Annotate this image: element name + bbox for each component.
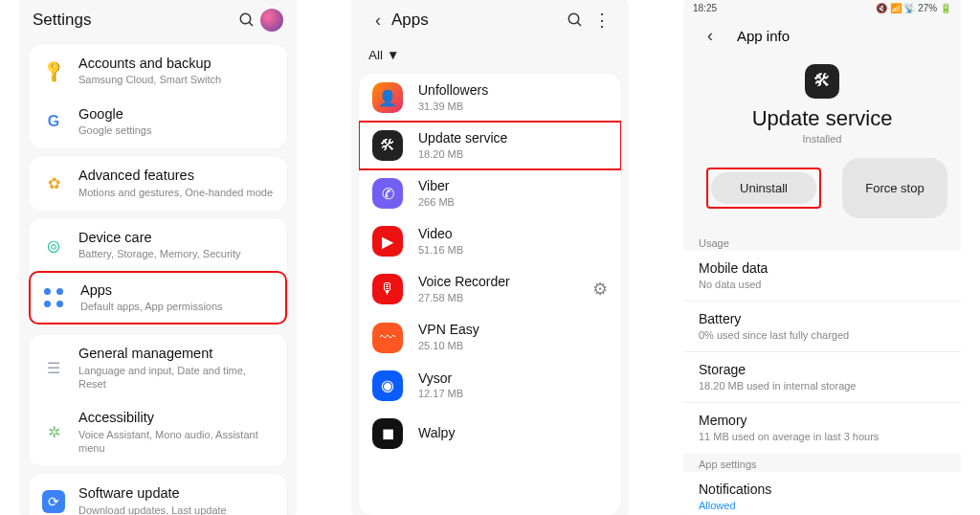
search-icon[interactable] xyxy=(562,7,589,34)
battery-row[interactable]: Battery0% used since last fully charged xyxy=(683,301,961,351)
app-name: Update service xyxy=(418,130,608,146)
app-icon: ▶ xyxy=(372,226,403,257)
app-name: Viber xyxy=(418,178,608,194)
item-title: Software update xyxy=(78,485,274,502)
status-bar: 18:25 🔇 📶 📡 27% 🔋 xyxy=(683,0,961,16)
google-icon: G xyxy=(42,110,65,133)
apps-topbar: ‹ Apps ⋮ xyxy=(351,0,629,40)
apps-list: 👤 Unfollowers31.39 MB 🛠 Update service18… xyxy=(359,74,621,515)
row-title: Storage xyxy=(699,362,946,378)
app-icon: ◉ xyxy=(372,370,403,401)
general-icon: ☰ xyxy=(42,357,65,380)
app-name: VPN Easy xyxy=(418,322,608,338)
app-video[interactable]: ▶ Video51.16 MB xyxy=(359,217,621,265)
app-icon: ✆ xyxy=(372,178,403,209)
item-sub: Motions and gestures, One-handed mode xyxy=(78,186,274,199)
app-voice-recorder[interactable]: 🎙 Voice Recorder27.58 MB ⚙ xyxy=(359,265,621,313)
svg-point-0 xyxy=(240,13,251,24)
app-size: 18.20 MB xyxy=(418,147,608,161)
search-icon[interactable] xyxy=(234,7,260,34)
app-unfollowers[interactable]: 👤 Unfollowers31.39 MB xyxy=(359,74,621,122)
force-stop-button[interactable]: Force stop xyxy=(842,158,947,218)
item-title: Device care xyxy=(78,230,274,246)
settings-group-2: ✿ Advanced featuresMotions and gestures,… xyxy=(29,156,287,211)
general-management-item[interactable]: ☰ General managementLanguage and input, … xyxy=(29,336,287,400)
row-sub: 18.20 MB used in internal storage xyxy=(699,379,946,392)
settings-group-5: ⟳ Software updateDownload updates, Last … xyxy=(29,474,287,515)
device-care-icon: ◎ xyxy=(42,234,65,257)
row-title: Battery xyxy=(699,311,946,327)
app-vysor[interactable]: ◉ Vysor12.17 MB xyxy=(359,362,621,410)
memory-row[interactable]: Memory11 MB used on average in last 3 ho… xyxy=(683,402,961,453)
apps-icon xyxy=(44,286,67,309)
mobile-data-row[interactable]: Mobile dataNo data used xyxy=(683,251,961,301)
device-care-item[interactable]: ◎ Device careBattery, Storage, Memory, S… xyxy=(29,220,287,271)
settings-title: Settings xyxy=(33,11,234,30)
usage-list: Mobile dataNo data used Battery0% used s… xyxy=(683,251,961,453)
uninstall-button[interactable]: Uninstall xyxy=(711,172,816,204)
app-name-heading: Update service xyxy=(683,106,961,131)
key-icon: 🔑 xyxy=(37,55,70,87)
accounts-backup-item[interactable]: 🔑 Accounts and backupSamsung Cloud, Smar… xyxy=(29,46,287,97)
app-vpn-easy[interactable]: 〰 VPN Easy25.10 MB xyxy=(359,313,621,361)
row-title: Mobile data xyxy=(699,260,946,277)
profile-avatar[interactable] xyxy=(260,9,283,32)
app-size: 266 MB xyxy=(418,195,608,209)
item-sub: Default apps, App permissions xyxy=(80,300,272,313)
update-icon: ⟳ xyxy=(42,490,65,513)
software-update-item[interactable]: ⟳ Software updateDownload updates, Last … xyxy=(29,476,287,515)
app-size: 51.16 MB xyxy=(418,243,608,257)
app-name: Vysor xyxy=(418,370,608,387)
item-title: Accessibility xyxy=(78,410,274,426)
app-icon: ◼ xyxy=(372,418,403,449)
row-title: Memory xyxy=(699,413,946,429)
advanced-features-item[interactable]: ✿ Advanced featuresMotions and gestures,… xyxy=(29,158,287,209)
app-settings-section-label: App settings xyxy=(683,453,961,472)
item-title: Google xyxy=(78,106,274,123)
gear-icon[interactable]: ⚙ xyxy=(592,279,608,300)
app-info-screen: 18:25 🔇 📶 📡 27% 🔋 ‹ App info 🛠 Update se… xyxy=(683,0,961,515)
app-size: 27.58 MB xyxy=(418,291,577,304)
settings-group-3: ◎ Device careBattery, Storage, Memory, S… xyxy=(29,218,287,326)
storage-row[interactable]: Storage18.20 MB used in internal storage xyxy=(683,351,961,402)
app-icon: 🎙 xyxy=(372,274,403,304)
app-name: Voice Recorder xyxy=(418,274,577,290)
settings-topbar: Settings xyxy=(19,0,297,40)
usage-section-label: Usage xyxy=(683,232,961,251)
accessibility-item[interactable]: ✲ AccessibilityVoice Assistant, Mono aud… xyxy=(29,400,287,464)
item-sub: Voice Assistant, Mono audio, Assistant m… xyxy=(78,428,274,456)
app-settings-list: Notifications Allowed xyxy=(683,472,961,515)
action-buttons: Uninstall Force stop xyxy=(683,145,961,232)
app-icon: 🛠 xyxy=(372,130,403,161)
google-item[interactable]: G GoogleGoogle settings xyxy=(29,97,287,147)
app-icon: 👤 xyxy=(372,82,403,113)
more-icon[interactable]: ⋮ xyxy=(589,7,615,34)
filter-dropdown[interactable]: All ▼ xyxy=(351,40,629,74)
appinfo-title: App info xyxy=(737,28,790,44)
settings-screen: Settings 🔑 Accounts and backupSamsung Cl… xyxy=(19,0,297,515)
back-icon[interactable]: ‹ xyxy=(365,7,391,34)
app-size: 12.17 MB xyxy=(418,387,608,400)
app-update-service[interactable]: 🛠 Update service18.20 MB xyxy=(359,122,621,169)
svg-point-2 xyxy=(568,13,579,24)
accessibility-icon: ✲ xyxy=(42,421,65,444)
row-sub: No data used xyxy=(699,278,946,291)
apps-item[interactable]: AppsDefault apps, App permissions xyxy=(29,271,287,325)
status-right: 🔇 📶 📡 27% 🔋 xyxy=(876,3,951,13)
row-sub: 11 MB used on average in last 3 hours xyxy=(699,430,946,443)
item-sub: Google settings xyxy=(78,123,274,137)
app-viber[interactable]: ✆ Viber266 MB xyxy=(359,169,621,217)
app-icon: 〰 xyxy=(372,323,403,353)
back-icon[interactable]: ‹ xyxy=(697,22,724,49)
item-title: Accounts and backup xyxy=(78,56,274,72)
apps-title: Apps xyxy=(391,11,562,30)
status-time: 18:25 xyxy=(693,3,717,13)
app-size: 25.10 MB xyxy=(418,339,608,352)
app-walpy[interactable]: ◼ Walpy xyxy=(359,410,621,458)
notifications-row[interactable]: Notifications xyxy=(683,472,961,500)
notifications-allowed: Allowed xyxy=(683,500,961,515)
app-name: Walpy xyxy=(418,425,608,441)
item-sub: Samsung Cloud, Smart Switch xyxy=(78,73,274,86)
row-sub: 0% used since last fully charged xyxy=(699,328,946,342)
item-title: General management xyxy=(78,346,274,362)
